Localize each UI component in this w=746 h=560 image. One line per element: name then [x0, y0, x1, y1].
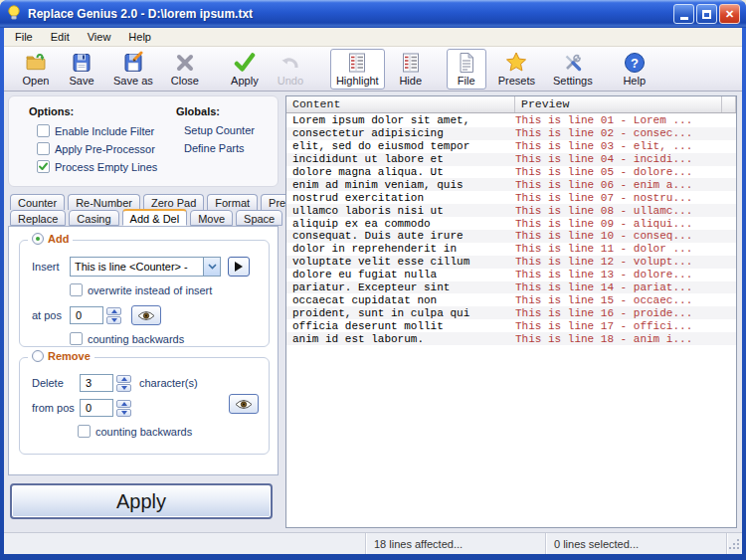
from-pos-value[interactable]: 0	[80, 399, 113, 417]
list-row[interactable]: dolor in reprehenderit inThis is line 11…	[286, 243, 736, 256]
spin-down-icon[interactable]	[106, 316, 121, 324]
list-row[interactable]: consequat. Duis aute irureThis is line 1…	[286, 230, 736, 243]
file-view-button[interactable]: File	[447, 49, 486, 90]
add-preview-eye-button[interactable]	[131, 305, 161, 325]
preview-column-header[interactable]: Preview	[515, 96, 722, 112]
menu-help[interactable]: Help	[119, 29, 160, 45]
menu-view[interactable]: View	[79, 29, 120, 45]
list-row[interactable]: nostrud exercitationThis is line 07 - no…	[286, 191, 736, 204]
from-pos-spinner[interactable]: 0	[80, 399, 131, 417]
save-button[interactable]: Save	[62, 49, 101, 90]
checkbox-checked-icon[interactable]	[37, 160, 50, 173]
apply-button[interactable]: Apply	[10, 483, 273, 519]
tab-counter[interactable]: Counter	[10, 194, 65, 210]
list-row[interactable]: officia deserunt mollitThis is line 17 -…	[286, 319, 736, 332]
insert-combo[interactable]: This is line <Counter> -	[70, 257, 221, 277]
toolbar-label: Presets	[498, 75, 535, 87]
tab-zero-pad[interactable]: Zero Pad	[143, 194, 204, 210]
toolbar-label: Open	[23, 75, 50, 87]
highlight-button[interactable]: Highlight	[330, 49, 385, 90]
close-file-button[interactable]: Close	[165, 49, 205, 90]
checkbox-icon[interactable]	[37, 142, 50, 155]
hide-button[interactable]: Hide	[391, 49, 431, 90]
options-panel: Options: Enable Include Filter Apply Pre…	[8, 95, 279, 187]
list-row[interactable]: aliquip ex ea commodoThis is line 09 - a…	[286, 217, 736, 230]
list-row[interactable]: dolore eu fugiat nullaThis is line 13 - …	[286, 269, 736, 281]
remove-counting-backwards-checkbox[interactable]	[78, 425, 91, 438]
apply-pre-processor-checkbox[interactable]: Apply Pre-Processor	[37, 142, 157, 155]
list-row[interactable]: Lorem ipsum dolor sit amet,This is line …	[286, 114, 736, 127]
delete-value[interactable]: 3	[80, 374, 113, 392]
spin-up-icon[interactable]	[106, 307, 121, 315]
add-legend: Add	[48, 233, 69, 245]
row-content: nostrud exercitation	[286, 192, 515, 204]
insert-menu-button[interactable]	[228, 257, 250, 277]
define-parts-link[interactable]: Define Parts	[184, 142, 255, 154]
add-counting-backwards-checkbox[interactable]	[70, 332, 83, 345]
row-content: Lorem ipsum dolor sit amet,	[286, 114, 515, 126]
tab-replace[interactable]: Replace	[10, 210, 66, 226]
row-preview: This is line 10 - conseq...	[515, 230, 692, 242]
spin-down-icon[interactable]	[116, 384, 131, 392]
at-pos-value[interactable]: 0	[70, 306, 103, 324]
list-row[interactable]: proident, sunt in culpa quiThis is line …	[286, 306, 736, 319]
add-del-panel: Add Insert This is line <Counter> - over…	[8, 226, 279, 475]
list-row[interactable]: enim ad minim veniam, quisThis is line 0…	[286, 178, 736, 191]
remove-preview-eye-button[interactable]	[229, 394, 259, 414]
at-pos-label: at pos	[32, 309, 70, 321]
setup-counter-link[interactable]: Setup Counter	[184, 124, 255, 136]
list-rows: Lorem ipsum dolor sit amet,This is line …	[286, 114, 736, 527]
add-radio[interactable]	[32, 233, 44, 245]
maximize-button[interactable]	[696, 4, 717, 24]
list-row[interactable]: dolore magna aliqua. UtThis is line 05 -…	[286, 166, 736, 179]
row-preview: This is line 05 - dolore...	[515, 166, 692, 178]
list-row[interactable]: elit, sed do eiusmod temporThis is line …	[286, 140, 736, 153]
list-row[interactable]: pariatur. Excepteur sintThis is line 14 …	[286, 281, 736, 294]
presets-button[interactable]: Presets	[492, 49, 541, 90]
help-button[interactable]: ? Help	[615, 49, 654, 90]
row-content: incididunt ut labore et	[286, 153, 515, 165]
spin-up-icon[interactable]	[116, 400, 131, 408]
apply-toolbar-button[interactable]: Apply	[225, 49, 265, 90]
list-row[interactable]: consectetur adipisicingThis is line 02 -…	[286, 127, 736, 140]
tab-re-number[interactable]: Re-Number	[68, 194, 140, 210]
checkbox-icon[interactable]	[37, 124, 50, 137]
menu-file[interactable]: File	[6, 29, 42, 45]
tab-space[interactable]: Space	[236, 210, 282, 226]
tab-format[interactable]: Format	[207, 194, 258, 210]
options-title: Options:	[29, 105, 157, 117]
menu-edit[interactable]: Edit	[42, 29, 79, 45]
row-preview: This is line 01 - Lorem ...	[515, 114, 692, 126]
save-as-button[interactable]: Save as	[107, 49, 159, 90]
list-row[interactable]: anim id est laborum.This is line 18 - an…	[286, 332, 736, 345]
spin-up-icon[interactable]	[116, 375, 131, 383]
delete-spinner[interactable]: 3	[80, 374, 131, 392]
content-column-header[interactable]: Content	[286, 96, 515, 112]
process-empty-lines-checkbox[interactable]: Process Empty Lines	[37, 160, 157, 173]
row-preview: This is line 08 - ullamc...	[515, 205, 692, 217]
tab-casing[interactable]: Casing	[69, 210, 118, 226]
tab-move[interactable]: Move	[190, 210, 233, 226]
list-row[interactable]: voluptate velit esse cillumThis is line …	[286, 256, 736, 269]
remove-radio[interactable]	[32, 350, 44, 362]
list-row[interactable]: occaecat cupidatat nonThis is line 15 - …	[286, 293, 736, 306]
row-content: officia deserunt mollit	[286, 320, 515, 332]
spin-down-icon[interactable]	[116, 409, 131, 417]
close-button[interactable]: ✕	[719, 4, 740, 24]
enable-include-filter-checkbox[interactable]: Enable Include Filter	[37, 124, 157, 137]
at-pos-spinner[interactable]: 0	[70, 306, 121, 324]
overwrite-checkbox[interactable]	[70, 283, 83, 296]
open-button[interactable]: Open	[16, 49, 56, 90]
row-content: occaecat cupidatat non	[286, 294, 515, 306]
toolbar-label: Close	[171, 75, 199, 87]
row-preview: This is line 16 - proide...	[515, 307, 692, 319]
minimize-button[interactable]	[673, 4, 694, 24]
delete-label: Delete	[32, 377, 80, 389]
insert-combo-value: This is line <Counter> -	[71, 261, 203, 273]
tab-add-del[interactable]: Add & Del	[122, 209, 188, 226]
chevron-down-icon[interactable]	[203, 258, 220, 276]
list-row[interactable]: ullamco laboris nisi utThis is line 08 -…	[286, 204, 736, 217]
resize-grip-icon[interactable]	[728, 538, 740, 552]
list-row[interactable]: incididunt ut labore etThis is line 04 -…	[286, 153, 736, 166]
settings-button[interactable]: Settings	[547, 49, 599, 90]
